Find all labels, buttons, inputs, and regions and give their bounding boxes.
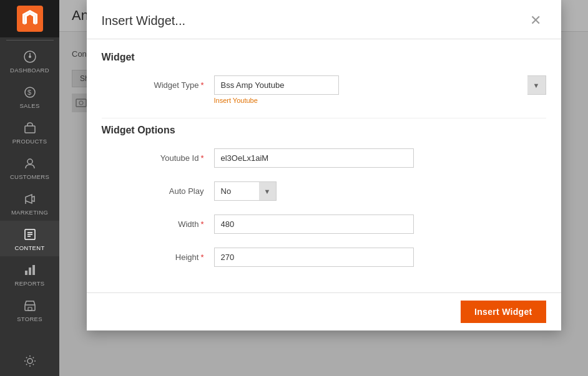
reports-label: REPORTS: [15, 280, 45, 287]
auto-play-select[interactable]: No Yes: [214, 181, 277, 201]
sidebar-item-products[interactable]: PRODUCTS: [0, 114, 59, 150]
sidebar: DASHBOARD $ SALES PRODUCTS CUSTOMERS MAR…: [0, 0, 59, 376]
sidebar-divider-top: [6, 40, 54, 41]
sidebar-item-dashboard[interactable]: DASHBOARD: [0, 43, 59, 79]
width-row: Width*: [102, 215, 546, 234]
magento-logo-icon: [17, 6, 43, 32]
insert-widget-button[interactable]: Insert Widget: [461, 301, 546, 323]
height-row: Height*: [102, 248, 546, 267]
width-required: *: [200, 219, 203, 229]
modal-close-button[interactable]: ✕: [525, 11, 546, 30]
dashboard-icon: [22, 49, 37, 64]
height-label: Height*: [102, 248, 214, 262]
auto-play-field: No Yes ▼: [214, 181, 546, 201]
youtube-id-label: Youtube Id*: [102, 148, 214, 163]
svg-text:$: $: [27, 89, 31, 96]
youtube-id-row: Youtube Id*: [102, 148, 546, 168]
width-input[interactable]: [214, 215, 414, 234]
modal-title: Insert Widget...: [102, 14, 186, 28]
modal-body: Widget Widget Type* Bss Amp Youtube ▼ In…: [87, 39, 561, 330]
sidebar-item-reports[interactable]: REPORTS: [0, 256, 59, 292]
svg-rect-5: [25, 126, 35, 133]
width-label: Width*: [102, 215, 214, 229]
auto-play-select-wrapper: No Yes ▼: [214, 181, 277, 201]
system-icon: [22, 354, 37, 369]
content-label: CONTENT: [14, 244, 44, 251]
svg-rect-12: [29, 268, 31, 275]
youtube-id-input[interactable]: [214, 148, 414, 168]
width-field: [214, 215, 546, 234]
stores-label: STORES: [17, 316, 42, 322]
modal-header: Insert Widget... ✕: [87, 0, 561, 39]
sidebar-item-marketing[interactable]: MARKETING: [0, 185, 59, 221]
widget-type-select[interactable]: Bss Amp Youtube: [214, 75, 339, 95]
main-area: An Con Sh Insert Widget... ✕ Widget: [59, 0, 588, 376]
products-label: PRODUCTS: [12, 138, 47, 145]
youtube-id-field: [214, 148, 546, 168]
reports-icon: [22, 263, 37, 277]
dashboard-label: DASHBOARD: [10, 67, 49, 74]
customers-icon: [22, 156, 37, 171]
svg-rect-0: [17, 6, 43, 32]
height-required: *: [200, 253, 203, 262]
widget-type-hint: Insert Youtube: [214, 97, 546, 104]
modal-footer: Insert Widget: [87, 292, 561, 330]
auto-play-label: Auto Play: [102, 181, 214, 196]
sidebar-logo: [0, 0, 59, 37]
sidebar-item-stores[interactable]: STORES: [0, 292, 59, 327]
svg-rect-11: [25, 271, 27, 275]
widget-options-title: Widget Options: [102, 118, 546, 136]
widget-type-row: Widget Type* Bss Amp Youtube ▼ Insert Yo…: [102, 75, 546, 104]
svg-point-2: [29, 55, 31, 58]
svg-point-16: [27, 359, 32, 364]
widget-type-select-wrapper: Bss Amp Youtube ▼: [214, 75, 546, 95]
modal-overlay: Insert Widget... ✕ Widget Widget Type* B…: [59, 0, 588, 376]
widget-type-required: *: [200, 80, 203, 90]
marketing-label: MARKETING: [11, 209, 48, 216]
svg-rect-13: [32, 265, 35, 275]
insert-widget-modal: Insert Widget... ✕ Widget Widget Type* B…: [87, 0, 561, 330]
sidebar-item-customers[interactable]: CUSTOMERS: [0, 150, 59, 185]
youtube-id-required: *: [200, 153, 203, 163]
sales-label: SALES: [19, 102, 39, 109]
auto-play-row: Auto Play No Yes ▼: [102, 181, 546, 201]
stores-icon: [22, 298, 37, 313]
widget-type-label: Widget Type*: [102, 75, 214, 90]
sales-icon: $: [22, 85, 37, 100]
customers-label: CUSTOMERS: [10, 173, 49, 180]
height-field: [214, 248, 546, 267]
widget-section-title: Widget: [102, 52, 546, 63]
select-arrow-icon: ▼: [527, 75, 546, 95]
sidebar-item-sales[interactable]: $ SALES: [0, 79, 59, 114]
svg-point-6: [27, 159, 32, 164]
content-icon: [22, 227, 37, 242]
widget-type-field: Bss Amp Youtube ▼ Insert Youtube: [214, 75, 546, 104]
sidebar-item-system[interactable]: [0, 347, 59, 376]
height-input[interactable]: [214, 248, 414, 267]
marketing-icon: [22, 191, 37, 206]
products-icon: [22, 120, 37, 135]
sidebar-item-content[interactable]: CONTENT: [0, 221, 59, 256]
